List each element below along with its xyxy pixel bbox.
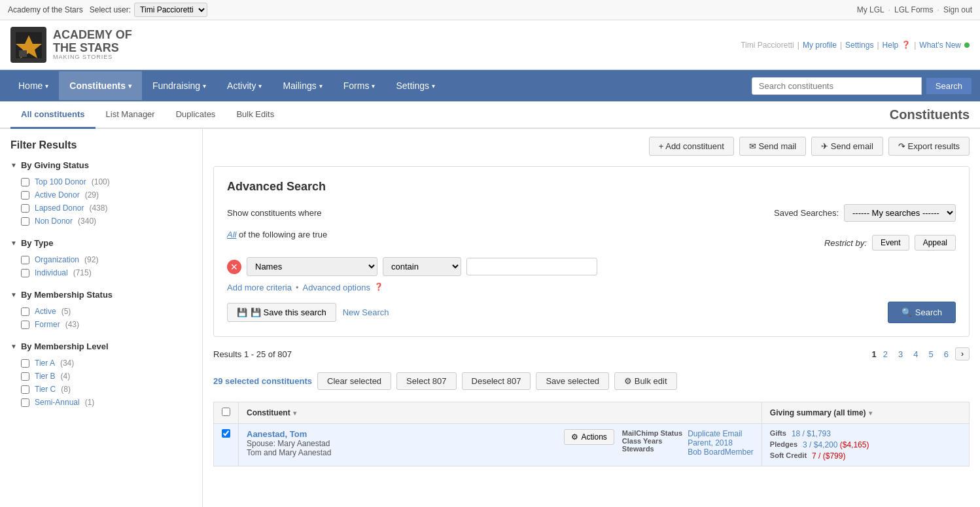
non-donor-link[interactable]: Non Donor [35,217,73,226]
tab-bulk-edits[interactable]: Bulk Edits [226,101,285,129]
giving-sort-link[interactable]: Giving summary (all time) ▾ [770,408,961,417]
parent-2018-link[interactable]: Parent, 2018 [688,438,733,447]
constituent-sort-link[interactable]: Constituent ▾ [247,408,754,417]
bob-board-member-link[interactable]: Bob BoardMember [688,447,754,457]
search-input[interactable] [752,77,922,95]
clear-selected-button[interactable]: Clear selected [317,372,391,390]
semi-annual-link[interactable]: Semi-Annual [35,398,80,407]
main-search-button[interactable]: 🔍 Search [888,302,956,323]
checkbox-active-donor[interactable] [21,191,29,200]
tab-list-manager[interactable]: List Manager [96,101,166,129]
tab-duplicates[interactable]: Duplicates [166,101,226,129]
restrict-appeal-button[interactable]: Appeal [915,235,956,251]
organization-link[interactable]: Organization [35,255,79,264]
lapsed-donor-link[interactable]: Lapsed Donor [35,203,84,213]
active-member-link[interactable]: Active [35,307,56,316]
constituent-name-link[interactable]: Aanestad, Tom [247,429,307,439]
page-5[interactable]: 5 [925,348,937,360]
row-checkbox[interactable] [222,429,230,438]
sign-out-link[interactable]: Sign out [943,5,972,14]
select-all-checkbox[interactable] [222,408,230,416]
send-mail-button[interactable]: ✉ Send mail [739,137,806,156]
checkbox-active-member[interactable] [21,307,29,316]
sidebar: Filter Results ▼ By Giving Status Top 10… [0,129,203,507]
filter-type-header[interactable]: ▼ By Type [10,238,192,248]
advanced-options-link[interactable]: Advanced options [303,283,370,292]
gifts-label: Gifts [770,429,786,438]
lgl-forms-link[interactable]: LGL Forms [894,5,934,14]
save-selected-button[interactable]: Save selected [536,372,609,390]
save-search-button[interactable]: 💾 💾 Save this search [227,303,336,322]
help-link[interactable]: Help [883,41,899,50]
nav-settings[interactable]: Settings ▾ [385,71,446,100]
results-count: Results 1 - 25 of 807 [213,349,292,359]
filter-membership-status-header[interactable]: ▼ By Membership Status [10,290,192,300]
checkbox-individual[interactable] [21,269,29,277]
checkbox-tier-b[interactable] [21,372,29,381]
pledges-label: Pledges [770,440,797,449]
nav-home[interactable]: Home ▾ [8,71,59,100]
criteria-operator-select[interactable]: contain equal start with [383,257,461,276]
criteria-value-input[interactable] [466,258,597,275]
tier-a-link[interactable]: Tier A [35,358,55,368]
page-3[interactable]: 3 [894,348,907,360]
select-807-button[interactable]: Select 807 [396,372,456,390]
tab-all-constituents[interactable]: All constituents [10,101,96,129]
saved-searches-dropdown[interactable]: ------ My searches ------ [844,204,956,222]
settings-link[interactable]: Settings [845,41,873,50]
pledges-value: 3 / $4,200 ($4,165) [803,440,869,449]
tier-c-link[interactable]: Tier C [35,385,56,394]
add-more-criteria-link[interactable]: Add more criteria [227,283,292,292]
page-2[interactable]: 2 [879,348,892,360]
condition-label: of the following are true [239,230,327,239]
checkbox-organization[interactable] [21,256,29,264]
membership-status-arrow: ▼ [10,291,17,298]
table-row: Aanestad, Tom Spouse: Mary Aanestad Tom … [214,424,970,466]
tier-b-link[interactable]: Tier B [35,372,56,381]
send-email-button[interactable]: ✈ Send email [811,137,883,156]
add-constituent-button[interactable]: + Add constituent [649,137,734,156]
remove-criteria-button[interactable]: ✕ [227,260,241,274]
checkbox-non-donor[interactable] [21,217,29,226]
giving-status-arrow: ▼ [10,162,17,169]
whats-new-link[interactable]: What's New [919,41,961,50]
checkbox-tier-c[interactable] [21,385,29,394]
page-6[interactable]: 6 [940,348,953,360]
checkbox-former-member[interactable] [21,321,29,329]
nav-activity[interactable]: Activity ▾ [217,71,272,100]
individual-link[interactable]: Individual [35,268,68,277]
actions-button[interactable]: ⚙ Actions [564,429,614,445]
fundraising-caret: ▾ [203,82,206,90]
checkbox-lapsed-donor[interactable] [21,204,29,213]
all-link[interactable]: All [227,230,236,239]
my-lgl-link[interactable]: My LGL [857,5,884,14]
checkbox-tier-a[interactable] [21,359,29,368]
filter-membership-level-header[interactable]: ▼ By Membership Level [10,341,192,351]
org-tagline: MAKING STORIES [53,54,132,61]
nav-forms[interactable]: Forms ▾ [333,71,386,100]
page-4[interactable]: 4 [909,348,922,360]
search-button[interactable]: Search [926,77,972,95]
former-member-link[interactable]: Former [35,320,60,329]
my-profile-link[interactable]: My profile [803,41,837,50]
filter-giving-status-header[interactable]: ▼ By Giving Status [10,160,192,170]
nav-mailings[interactable]: Mailings ▾ [272,71,332,100]
duplicate-email-link[interactable]: Duplicate Email [688,429,742,438]
new-search-link[interactable]: New Search [343,307,389,317]
selected-count[interactable]: 29 selected constituents [213,376,312,386]
checkbox-top100[interactable] [21,178,29,186]
bulk-edit-button[interactable]: ⚙ Bulk edit [614,372,676,390]
deselect-807-button[interactable]: Deselect 807 [462,372,531,390]
criteria-field-select[interactable]: Names Email Phone Address [247,257,377,276]
tier-a-count: (34) [60,358,74,368]
top100-link[interactable]: Top 100 Donor [35,177,86,186]
checkbox-semi-annual[interactable] [21,398,29,407]
nav-constituents[interactable]: Constituents ▾ [59,71,142,100]
pagination-next-button[interactable]: › [955,347,970,360]
restrict-event-button[interactable]: Event [872,235,909,251]
filter-item-individual: Individual (715) [10,266,192,279]
nav-fundraising[interactable]: Fundraising ▾ [142,71,217,100]
active-donor-link[interactable]: Active Donor [35,190,80,200]
export-results-button[interactable]: ↷ Export results [888,137,970,156]
user-dropdown[interactable]: Timi Paccioretti [134,3,207,17]
